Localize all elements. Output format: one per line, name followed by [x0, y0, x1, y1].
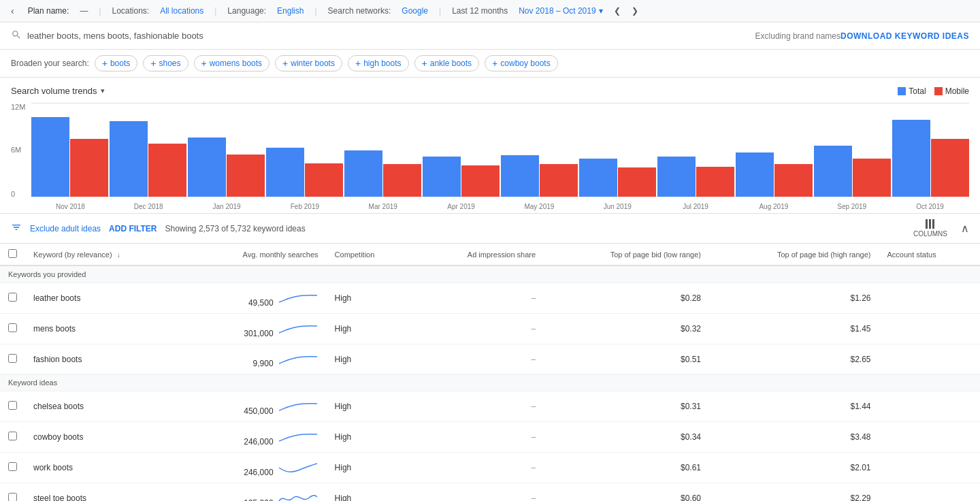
- broaden-chip-womens-boots[interactable]: + womens boots: [194, 55, 270, 71]
- broaden-search-area: Broaden your search: + boots + shoes + w…: [0, 50, 980, 78]
- bar-total-0[interactable]: [31, 117, 69, 197]
- date-range-button[interactable]: Nov 2018 – Oct 2019 ▾: [519, 6, 602, 16]
- x-label-1: Dec 2018: [110, 203, 188, 210]
- legend-mobile-label: Mobile: [945, 86, 969, 96]
- table-row: cowboy boots246,000High–$0.34$3.48: [0, 422, 980, 453]
- bid-high-cell: $2.65: [709, 344, 879, 374]
- section-header-keyword-ideas: Keyword ideas: [0, 374, 980, 391]
- bar-mobile-4[interactable]: [383, 164, 421, 197]
- bar-mobile-8[interactable]: [696, 167, 734, 197]
- keyword-table: Keyword (by relevance) ↓ Avg. monthly se…: [0, 244, 980, 501]
- bar-total-6[interactable]: [501, 155, 539, 197]
- col-bar-2: [929, 219, 931, 229]
- account-status-cell: [879, 391, 981, 422]
- header-keyword[interactable]: Keyword (by relevance) ↓: [25, 244, 184, 265]
- search-query[interactable]: leather boots, mens boots, fashionable b…: [27, 31, 755, 41]
- bar-mobile-10[interactable]: [853, 159, 891, 197]
- broaden-chip-boots[interactable]: + boots: [95, 55, 138, 71]
- plus-icon: +: [150, 58, 156, 69]
- broaden-chip-shoes[interactable]: + shoes: [143, 55, 188, 71]
- header-checkbox-cell: [0, 244, 25, 265]
- row-checkbox[interactable]: [8, 323, 17, 332]
- bar-mobile-1[interactable]: [148, 144, 186, 197]
- plus-icon: +: [355, 58, 361, 69]
- bar-group-may-2019: [501, 155, 578, 197]
- header-avg-searches[interactable]: Avg. monthly searches: [184, 244, 327, 265]
- bar-total-5[interactable]: [423, 157, 461, 197]
- broaden-chip-cowboy-boots[interactable]: + cowboy boots: [485, 55, 558, 71]
- y-label-0: 0: [11, 190, 15, 198]
- bar-mobile-6[interactable]: [540, 164, 578, 197]
- bar-mobile-0[interactable]: [70, 139, 108, 197]
- row-checkbox[interactable]: [8, 432, 17, 440]
- table-row: leather boots49,500High–$0.28$1.26: [0, 283, 980, 314]
- header-keyword-label: Keyword (by relevance): [33, 251, 112, 259]
- bar-total-10[interactable]: [814, 146, 852, 197]
- row-checkbox-cell: [0, 344, 25, 374]
- row-checkbox[interactable]: [8, 354, 17, 363]
- bar-total-8[interactable]: [657, 157, 696, 197]
- language-value: English: [277, 6, 304, 16]
- header-account-status[interactable]: Account status: [879, 244, 981, 265]
- bar-group-jun-2019: [579, 159, 656, 197]
- sort-arrow-icon: ↓: [117, 251, 120, 259]
- bar-mobile-5[interactable]: [461, 165, 500, 197]
- competition-cell: High: [327, 391, 414, 422]
- broaden-chip-winter-boots[interactable]: + winter boots: [275, 55, 342, 71]
- plus-icon: +: [102, 58, 108, 69]
- row-checkbox[interactable]: [8, 462, 17, 471]
- bid-high-cell: $1.26: [709, 283, 879, 314]
- bar-total-4[interactable]: [344, 150, 382, 197]
- bar-mobile-9[interactable]: [774, 164, 813, 197]
- search-bar-area: leather boots, mens boots, fashionable b…: [0, 22, 980, 50]
- plus-icon: +: [282, 58, 288, 69]
- keyword-cell: mens boots: [25, 313, 184, 344]
- x-label-10: Sep 2019: [813, 203, 891, 210]
- chip-label-boots: boots: [110, 59, 130, 68]
- chart-title[interactable]: Search volume trends: [11, 86, 97, 96]
- broaden-chip-ankle-boots[interactable]: + ankle boots: [414, 55, 480, 71]
- table-body: Keywords you providedleather boots49,500…: [0, 265, 980, 501]
- nav-forward[interactable]: ❯: [632, 6, 638, 16]
- bar-mobile-2[interactable]: [227, 155, 265, 197]
- header-competition[interactable]: Competition: [327, 244, 414, 265]
- bar-total-1[interactable]: [110, 121, 148, 197]
- broaden-label: Broaden your search:: [11, 59, 89, 68]
- chart-x-labels: Nov 2018Dec 2018Jan 2019Feb 2019Mar 2019…: [31, 203, 969, 210]
- header-bid-high[interactable]: Top of page bid (high range): [709, 244, 879, 265]
- add-filter-button[interactable]: ADD FILTER: [109, 224, 157, 233]
- header-ad-share[interactable]: Ad impression share: [413, 244, 544, 265]
- bar-total-7[interactable]: [579, 159, 617, 197]
- x-label-2: Jan 2019: [188, 203, 266, 210]
- chart-title-chevron: ▾: [101, 86, 105, 95]
- keyword-cell: cowboy boots: [25, 422, 184, 453]
- select-all-checkbox[interactable]: [8, 249, 17, 258]
- plan-name-label: Plan name:: [28, 6, 69, 16]
- keyword-cell: chelsea boots: [25, 391, 184, 422]
- account-status-cell: [879, 313, 981, 344]
- collapse-button[interactable]: ∧: [961, 222, 969, 235]
- bar-mobile-11[interactable]: [931, 139, 969, 197]
- bar-total-9[interactable]: [736, 152, 774, 197]
- bar-total-3[interactable]: [266, 148, 304, 197]
- bar-total-2[interactable]: [188, 138, 226, 197]
- columns-label: COLUMNS: [913, 230, 947, 238]
- bar-mobile-7[interactable]: [618, 167, 656, 197]
- bar-group-nov-2018: [31, 117, 108, 197]
- header-bid-low[interactable]: Top of page bid (low range): [544, 244, 709, 265]
- broaden-chip-high-boots[interactable]: + high boots: [348, 55, 409, 71]
- row-checkbox[interactable]: [8, 401, 17, 410]
- back-arrow[interactable]: ‹: [8, 4, 17, 18]
- bar-total-11[interactable]: [892, 120, 930, 197]
- bar-mobile-3[interactable]: [305, 163, 343, 197]
- nav-back[interactable]: ❮: [614, 6, 621, 16]
- columns-button[interactable]: COLUMNS: [913, 219, 947, 238]
- x-label-3: Feb 2019: [265, 203, 344, 210]
- row-checkbox[interactable]: [8, 293, 17, 302]
- download-keyword-ideas-button[interactable]: DOWNLOAD KEYWORD IDEAS: [840, 31, 969, 41]
- exclude-adult-button[interactable]: Exclude adult ideas: [30, 224, 101, 233]
- row-checkbox[interactable]: [8, 493, 17, 501]
- separator4: |: [439, 6, 441, 16]
- row-checkbox-cell: [0, 453, 25, 483]
- locations-value: All locations: [160, 6, 203, 16]
